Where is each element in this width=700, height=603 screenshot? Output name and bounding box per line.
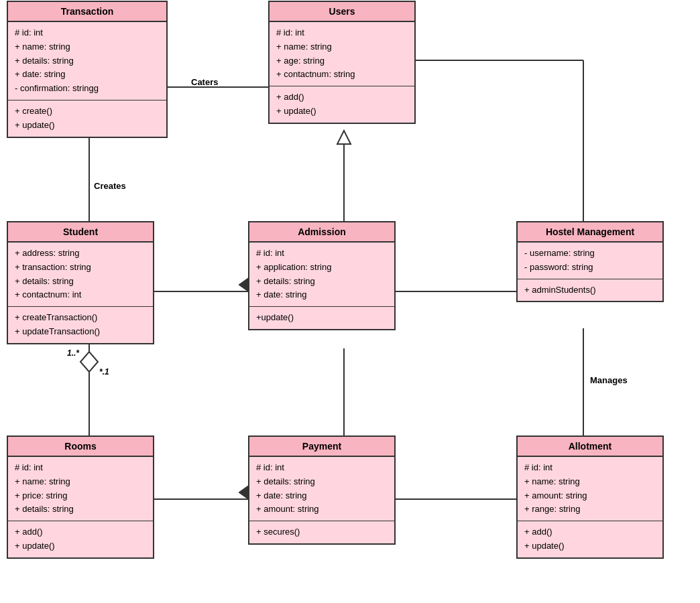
- transaction-method-0: + create(): [15, 105, 160, 119]
- rooms-class: Rooms # id: int + name: string + price: …: [7, 436, 154, 559]
- diagram-container: Caters Creates Manages 1..* *.1 Transact…: [0, 0, 700, 603]
- student-method-0: + createTransaction(): [15, 311, 146, 325]
- users-class: Users # id: int + name: string + age: st…: [268, 1, 416, 124]
- allotment-attrs: # id: int + name: string + amount: strin…: [518, 457, 662, 521]
- rooms-attr-2: + price: string: [15, 489, 146, 503]
- allotment-attr-1: + name: string: [524, 475, 656, 489]
- admission-attr-2: + details: string: [256, 275, 388, 289]
- hostel-management-class: Hostel Management - username: string - p…: [516, 221, 664, 302]
- transaction-attr-2: + details: string: [15, 54, 160, 68]
- rooms-header: Rooms: [8, 437, 153, 457]
- payment-attrs: # id: int + details: string + date: stri…: [249, 457, 394, 521]
- transaction-class: Transaction # id: int + name: string + d…: [7, 1, 168, 138]
- admission-attrs: # id: int + application: string + detail…: [249, 243, 394, 307]
- transaction-attr-3: + date: string: [15, 68, 160, 82]
- hostel-management-attrs: - username: string - password: string: [518, 243, 662, 279]
- rooms-attrs: # id: int + name: string + price: string…: [8, 457, 153, 521]
- hostel-method-0: + adminStudents(): [524, 283, 656, 297]
- allotment-attr-3: + range: string: [524, 503, 656, 517]
- admission-methods: +update(): [249, 307, 394, 329]
- student-header: Student: [8, 222, 153, 243]
- allotment-header: Allotment: [518, 437, 662, 457]
- users-attr-2: + age: string: [276, 54, 408, 68]
- creates-label: Creates: [94, 181, 126, 191]
- admission-attr-1: + application: string: [256, 261, 388, 275]
- transaction-method-1: + update(): [15, 119, 160, 133]
- transaction-attr-4: - confirmation: stringg: [15, 82, 160, 96]
- student-attr-2: + details: string: [15, 275, 146, 289]
- manages-label: Manages: [590, 375, 628, 385]
- transaction-attr-1: + name: string: [15, 40, 160, 54]
- payment-attr-0: # id: int: [256, 461, 388, 475]
- payment-methods: + secures(): [249, 521, 394, 543]
- transaction-attr-0: # id: int: [15, 26, 160, 40]
- payment-attr-1: + details: string: [256, 475, 388, 489]
- allotment-method-0: + add(): [524, 525, 656, 539]
- admission-attr-3: + date: string: [256, 288, 388, 302]
- allotment-methods: + add() + update(): [518, 521, 662, 557]
- mult2-label: *.1: [99, 367, 109, 377]
- hostel-management-methods: + adminStudents(): [518, 279, 662, 302]
- student-attrs: + address: string + transaction: string …: [8, 243, 153, 307]
- rooms-attr-3: + details: string: [15, 503, 146, 517]
- rooms-attr-1: + name: string: [15, 475, 146, 489]
- admission-header: Admission: [249, 222, 394, 243]
- users-methods: + add() + update(): [270, 86, 414, 123]
- payment-attr-3: + amount: string: [256, 503, 388, 517]
- users-method-0: + add(): [276, 90, 408, 105]
- student-attr-0: + address: string: [15, 247, 146, 261]
- allotment-method-1: + update(): [524, 539, 656, 553]
- hostel-attr-0: - username: string: [524, 247, 656, 261]
- svg-marker-9: [80, 352, 98, 372]
- allotment-attr-2: + amount: string: [524, 489, 656, 503]
- admission-method-0: +update(): [256, 311, 388, 325]
- admission-attr-0: # id: int: [256, 247, 388, 261]
- admission-class: Admission # id: int + application: strin…: [248, 221, 396, 330]
- users-attr-0: # id: int: [276, 26, 408, 40]
- student-attr-3: + contactnum: int: [15, 288, 146, 302]
- rooms-method-1: + update(): [15, 539, 146, 553]
- rooms-methods: + add() + update(): [8, 521, 153, 557]
- student-class: Student + address: string + transaction:…: [7, 221, 154, 344]
- student-method-1: + updateTransaction(): [15, 325, 146, 339]
- rooms-attr-0: # id: int: [15, 461, 146, 475]
- users-method-1: + update(): [276, 105, 408, 119]
- allotment-attr-0: # id: int: [524, 461, 656, 475]
- rooms-method-0: + add(): [15, 525, 146, 539]
- caters-label: Caters: [191, 77, 218, 87]
- mult1-label: 1..*: [67, 348, 79, 358]
- transaction-attrs: # id: int + name: string + details: stri…: [8, 22, 166, 100]
- transaction-header: Transaction: [8, 2, 166, 22]
- users-attr-1: + name: string: [276, 40, 408, 54]
- payment-method-0: + secures(): [256, 525, 388, 539]
- payment-header: Payment: [249, 437, 394, 457]
- student-methods: + createTransaction() + updateTransactio…: [8, 307, 153, 343]
- users-attrs: # id: int + name: string + age: string +…: [270, 22, 414, 86]
- payment-class: Payment # id: int + details: string + da…: [248, 436, 396, 545]
- users-header: Users: [270, 2, 414, 22]
- payment-attr-2: + date: string: [256, 489, 388, 503]
- hostel-attr-1: - password: string: [524, 261, 656, 275]
- student-attr-1: + transaction: string: [15, 261, 146, 275]
- hostel-management-header: Hostel Management: [518, 222, 662, 243]
- transaction-methods: + create() + update(): [8, 100, 166, 137]
- svg-marker-3: [337, 131, 351, 144]
- users-attr-3: + contactnum: string: [276, 68, 408, 82]
- allotment-class: Allotment # id: int + name: string + amo…: [516, 436, 664, 559]
